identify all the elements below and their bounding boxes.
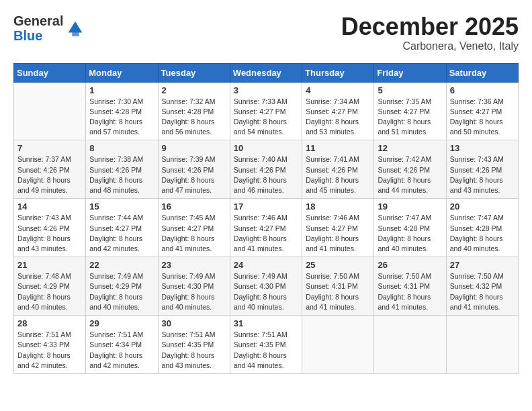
calendar-week-row: 7 Sunrise: 7:37 AMSunset: 4:26 PMDayligh…: [14, 140, 519, 199]
day-number: 18: [306, 201, 370, 212]
day-info: Sunrise: 7:30 AMSunset: 4:28 PMDaylight:…: [89, 97, 143, 136]
day-number: 12: [378, 143, 442, 153]
calendar-cell: 22 Sunrise: 7:49 AMSunset: 4:29 PMDaylig…: [86, 257, 158, 316]
calendar-cell: [302, 316, 374, 374]
day-number: 8: [89, 143, 154, 153]
calendar-week-row: 28 Sunrise: 7:51 AMSunset: 4:33 PMDaylig…: [14, 316, 519, 374]
calendar-cell: 11 Sunrise: 7:41 AMSunset: 4:26 PMDaylig…: [302, 140, 374, 199]
calendar-cell: 15 Sunrise: 7:44 AMSunset: 4:27 PMDaylig…: [86, 199, 158, 257]
page-header: General Blue December 2025 Carbonera, Ve…: [13, 13, 519, 52]
day-info: Sunrise: 7:51 AMSunset: 4:35 PMDaylight:…: [234, 330, 287, 369]
calendar-cell: 28 Sunrise: 7:51 AMSunset: 4:33 PMDaylig…: [14, 316, 86, 374]
calendar-cell: 18 Sunrise: 7:46 AMSunset: 4:27 PMDaylig…: [302, 199, 374, 257]
svg-marker-1: [73, 30, 79, 36]
day-info: Sunrise: 7:47 AMSunset: 4:28 PMDaylight:…: [378, 214, 431, 253]
day-info: Sunrise: 7:46 AMSunset: 4:27 PMDaylight:…: [306, 214, 359, 253]
calendar-body: 1 Sunrise: 7:30 AMSunset: 4:28 PMDayligh…: [14, 82, 519, 373]
calendar-cell: 29 Sunrise: 7:51 AMSunset: 4:34 PMDaylig…: [86, 316, 158, 374]
calendar-cell: [446, 316, 518, 374]
day-info: Sunrise: 7:50 AMSunset: 4:32 PMDaylight:…: [450, 272, 504, 311]
calendar-cell: 21 Sunrise: 7:48 AMSunset: 4:29 PMDaylig…: [14, 257, 86, 316]
day-info: Sunrise: 7:51 AMSunset: 4:33 PMDaylight:…: [17, 330, 71, 369]
day-info: Sunrise: 7:43 AMSunset: 4:26 PMDaylight:…: [450, 155, 504, 194]
calendar-cell: 3 Sunrise: 7:33 AMSunset: 4:27 PMDayligh…: [230, 82, 302, 140]
day-info: Sunrise: 7:34 AMSunset: 4:27 PMDaylight:…: [306, 97, 359, 136]
day-info: Sunrise: 7:41 AMSunset: 4:26 PMDaylight:…: [306, 155, 359, 194]
weekday-header-tuesday: Tuesday: [158, 63, 230, 82]
day-info: Sunrise: 7:32 AMSunset: 4:28 PMDaylight:…: [162, 97, 216, 136]
calendar-cell: 20 Sunrise: 7:47 AMSunset: 4:28 PMDaylig…: [446, 199, 518, 257]
calendar-cell: 14 Sunrise: 7:43 AMSunset: 4:26 PMDaylig…: [14, 199, 86, 257]
calendar-cell: 9 Sunrise: 7:39 AMSunset: 4:26 PMDayligh…: [158, 140, 230, 199]
day-info: Sunrise: 7:35 AMSunset: 4:27 PMDaylight:…: [378, 97, 431, 136]
day-number: 14: [17, 201, 82, 212]
day-number: 19: [378, 201, 442, 212]
day-number: 7: [17, 143, 82, 153]
day-number: 13: [450, 143, 515, 153]
calendar-cell: 2 Sunrise: 7:32 AMSunset: 4:28 PMDayligh…: [158, 82, 230, 140]
day-info: Sunrise: 7:43 AMSunset: 4:26 PMDaylight:…: [17, 214, 71, 253]
calendar-cell: 19 Sunrise: 7:47 AMSunset: 4:28 PMDaylig…: [374, 199, 446, 257]
day-info: Sunrise: 7:40 AMSunset: 4:26 PMDaylight:…: [234, 155, 287, 194]
day-info: Sunrise: 7:38 AMSunset: 4:26 PMDaylight:…: [89, 155, 143, 194]
day-number: 10: [234, 143, 298, 153]
calendar-cell: 7 Sunrise: 7:37 AMSunset: 4:26 PMDayligh…: [14, 140, 86, 199]
calendar-week-row: 21 Sunrise: 7:48 AMSunset: 4:29 PMDaylig…: [14, 257, 519, 316]
calendar-cell: 4 Sunrise: 7:34 AMSunset: 4:27 PMDayligh…: [302, 82, 374, 140]
day-number: 30: [162, 318, 226, 328]
day-info: Sunrise: 7:42 AMSunset: 4:26 PMDaylight:…: [378, 155, 431, 194]
day-number: 11: [306, 143, 370, 153]
day-number: 15: [89, 201, 154, 212]
day-number: 29: [89, 318, 154, 328]
weekday-header-saturday: Saturday: [446, 63, 518, 82]
day-number: 22: [89, 260, 154, 270]
day-info: Sunrise: 7:49 AMSunset: 4:29 PMDaylight:…: [89, 272, 143, 311]
calendar-cell: 23 Sunrise: 7:49 AMSunset: 4:30 PMDaylig…: [158, 257, 230, 316]
day-number: 2: [162, 85, 226, 95]
calendar-cell: 5 Sunrise: 7:35 AMSunset: 4:27 PMDayligh…: [374, 82, 446, 140]
calendar-cell: 6 Sunrise: 7:36 AMSunset: 4:27 PMDayligh…: [446, 82, 518, 140]
day-info: Sunrise: 7:50 AMSunset: 4:31 PMDaylight:…: [378, 272, 431, 311]
weekday-header-row: SundayMondayTuesdayWednesdayThursdayFrid…: [14, 63, 519, 82]
day-number: 23: [162, 260, 226, 270]
day-number: 4: [306, 85, 370, 95]
weekday-header-sunday: Sunday: [14, 63, 86, 82]
day-info: Sunrise: 7:46 AMSunset: 4:27 PMDaylight:…: [234, 214, 287, 253]
day-info: Sunrise: 7:51 AMSunset: 4:34 PMDaylight:…: [89, 330, 143, 369]
day-number: 21: [17, 260, 82, 270]
calendar-header: SundayMondayTuesdayWednesdayThursdayFrid…: [14, 63, 519, 82]
weekday-header-thursday: Thursday: [302, 63, 374, 82]
calendar-cell: 26 Sunrise: 7:50 AMSunset: 4:31 PMDaylig…: [374, 257, 446, 316]
calendar-cell: 16 Sunrise: 7:45 AMSunset: 4:27 PMDaylig…: [158, 199, 230, 257]
weekday-header-friday: Friday: [374, 63, 446, 82]
logo-blue: Blue: [13, 28, 42, 43]
day-number: 5: [378, 85, 442, 95]
day-info: Sunrise: 7:33 AMSunset: 4:27 PMDaylight:…: [234, 97, 287, 136]
calendar-cell: [14, 82, 86, 140]
day-number: 26: [378, 260, 442, 270]
calendar-cell: 8 Sunrise: 7:38 AMSunset: 4:26 PMDayligh…: [86, 140, 158, 199]
day-info: Sunrise: 7:51 AMSunset: 4:35 PMDaylight:…: [162, 330, 216, 369]
day-number: 1: [89, 85, 154, 95]
logo-icon: [66, 19, 85, 38]
weekday-header-monday: Monday: [86, 63, 158, 82]
day-number: 31: [234, 318, 298, 328]
weekday-header-wednesday: Wednesday: [230, 63, 302, 82]
calendar-cell: [374, 316, 446, 374]
day-info: Sunrise: 7:50 AMSunset: 4:31 PMDaylight:…: [306, 272, 359, 311]
calendar-table: SundayMondayTuesdayWednesdayThursdayFrid…: [13, 63, 519, 374]
calendar-cell: 1 Sunrise: 7:30 AMSunset: 4:28 PMDayligh…: [86, 82, 158, 140]
day-number: 24: [234, 260, 298, 270]
day-number: 27: [450, 260, 515, 270]
calendar-cell: 25 Sunrise: 7:50 AMSunset: 4:31 PMDaylig…: [302, 257, 374, 316]
calendar-cell: 12 Sunrise: 7:42 AMSunset: 4:26 PMDaylig…: [374, 140, 446, 199]
day-info: Sunrise: 7:39 AMSunset: 4:26 PMDaylight:…: [162, 155, 216, 194]
day-info: Sunrise: 7:45 AMSunset: 4:27 PMDaylight:…: [162, 214, 216, 253]
day-info: Sunrise: 7:47 AMSunset: 4:28 PMDaylight:…: [450, 214, 504, 253]
calendar-cell: 24 Sunrise: 7:49 AMSunset: 4:30 PMDaylig…: [230, 257, 302, 316]
calendar-cell: 30 Sunrise: 7:51 AMSunset: 4:35 PMDaylig…: [158, 316, 230, 374]
calendar-cell: 13 Sunrise: 7:43 AMSunset: 4:26 PMDaylig…: [446, 140, 518, 199]
month-title: December 2025: [341, 13, 519, 40]
day-number: 6: [450, 85, 515, 95]
day-number: 20: [450, 201, 515, 212]
